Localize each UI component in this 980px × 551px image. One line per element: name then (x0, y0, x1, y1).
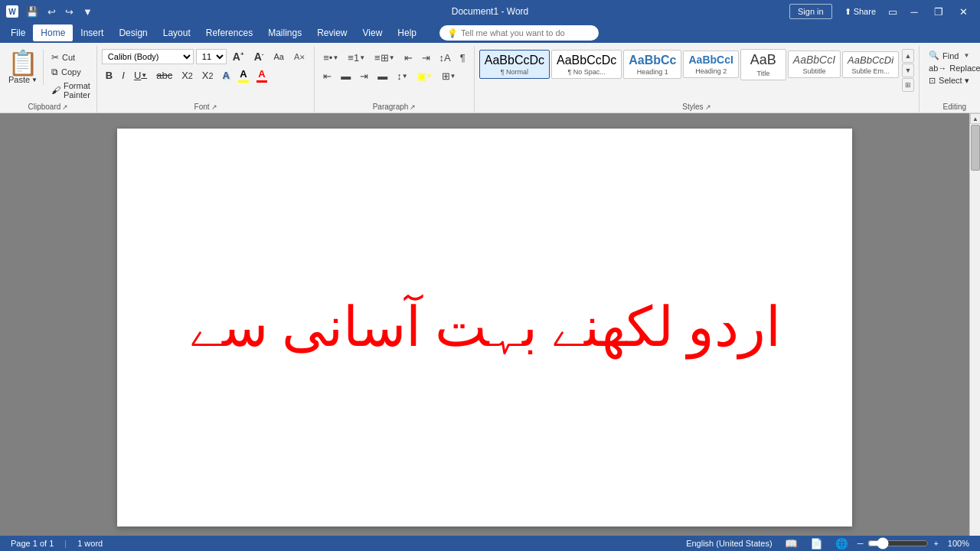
font-size-select[interactable]: 11 (196, 49, 227, 64)
font-row1: Calibri (Body) 11 A+ A- Aa A✕ (102, 49, 309, 64)
align-right-button[interactable]: ⇥ (356, 67, 372, 84)
paste-icon: 📋 (8, 51, 38, 75)
font-expand-icon[interactable]: ↗ (211, 103, 217, 111)
align-center-button[interactable]: ▬ (337, 67, 354, 84)
paste-arrow: ▼ (31, 77, 38, 83)
replace-button[interactable]: ab→ Replace (924, 62, 980, 74)
highlight-color-button[interactable]: A (235, 67, 252, 84)
menu-help[interactable]: Help (390, 24, 424, 41)
style-no-spacing[interactable]: AaBbCcDc ¶ No Spac... (551, 50, 622, 79)
show-marks-button[interactable]: ¶ (456, 49, 469, 66)
restore-button[interactable]: ❐ (928, 1, 949, 22)
font-grow-button[interactable]: A+ (229, 49, 248, 64)
select-button[interactable]: ⊡ Select ▾ (924, 74, 980, 87)
underline-button[interactable]: U▼ (130, 67, 151, 84)
align-left-button[interactable]: ⇤ (319, 67, 335, 84)
share-label: Share (854, 7, 876, 16)
title-bar: W 💾 ↩ ↪ ▼ Document1 - Word Sign in ⬆ Sha… (0, 0, 980, 23)
font-color-letter: A (258, 68, 265, 80)
menu-home[interactable]: Home (33, 24, 73, 41)
document-title: Document1 - Word (452, 6, 528, 17)
redo-button[interactable]: ↪ (62, 5, 77, 19)
menu-view[interactable]: View (355, 24, 390, 41)
styles-gallery: AaBbCcDc ¶ Normal AaBbCcDc ¶ No Spac... … (479, 49, 899, 80)
find-button[interactable]: 🔍 Find ▼ (924, 49, 980, 62)
styles-scroll-up[interactable]: ▲ (902, 49, 914, 63)
style-heading1[interactable]: AaBbCc Heading 1 (623, 50, 681, 79)
menu-file[interactable]: File (3, 24, 33, 41)
numbering-button[interactable]: ≡1▼ (344, 49, 369, 66)
multilevel-list-button[interactable]: ≡⊞▼ (371, 49, 399, 66)
language-status[interactable]: English (United States) (681, 539, 777, 548)
clipboard-right: ✂ Cut ⧉ Copy 🖌 Format Painter (48, 49, 93, 101)
menu-references[interactable]: References (198, 24, 260, 41)
customize-quick-access-button[interactable]: ▼ (80, 5, 96, 19)
menu-insert[interactable]: Insert (73, 24, 111, 41)
italic-button[interactable]: I (118, 67, 129, 84)
page-container: اردو لکھنے بہت آسانی سے (0, 113, 969, 551)
text-effects-button[interactable]: A (219, 67, 234, 84)
sort-button[interactable]: ↕A (436, 49, 455, 66)
style-subtitle[interactable]: AaBbCcI Subtitle (788, 51, 841, 78)
menu-bar: File Home Insert Design Layout Reference… (0, 23, 980, 43)
style-heading2[interactable]: AaBbCcI Heading 2 (683, 51, 738, 78)
menu-layout[interactable]: Layout (155, 24, 198, 41)
increase-indent-button[interactable]: ⇥ (418, 49, 434, 66)
style-subtitle-label: Subtitle (802, 67, 825, 75)
zoom-slider[interactable] (867, 537, 929, 549)
format-painter-button[interactable]: 🖌 Format Painter (48, 80, 93, 101)
zoom-level[interactable]: 100% (943, 539, 974, 548)
scroll-up-button[interactable]: ▲ (970, 113, 980, 124)
copy-button[interactable]: ⧉ Copy (48, 65, 93, 79)
paragraph-expand-icon[interactable]: ↗ (410, 103, 416, 111)
ribbon: 📋 Paste ▼ ✂ Cut ⧉ Copy 🖌 Format Pa (0, 43, 980, 113)
subscript-button[interactable]: X2 (178, 67, 197, 84)
styles-expand-icon[interactable]: ↗ (705, 103, 711, 111)
page-info[interactable]: Page 1 of 1 (6, 539, 58, 548)
bullets-button[interactable]: ≡•▼ (319, 49, 342, 66)
share-button[interactable]: ⬆ Share (838, 5, 882, 19)
save-button[interactable]: 💾 (23, 5, 41, 19)
font-color-button[interactable]: A (253, 67, 270, 84)
justify-button[interactable]: ▬ (374, 67, 391, 84)
borders-button[interactable]: ⊞▼ (438, 67, 460, 84)
clear-formatting-button[interactable]: A✕ (290, 49, 309, 64)
word-count[interactable]: 1 word (73, 539, 107, 548)
shading-button[interactable]: ▣▼ (413, 67, 436, 84)
font-shrink-button[interactable]: A- (250, 49, 268, 64)
print-view-button[interactable]: 📄 (805, 538, 828, 549)
change-case-button[interactable]: Aa (270, 49, 287, 64)
strikethrough-button[interactable]: abc (152, 67, 176, 84)
minimize-button[interactable]: ─ (903, 1, 925, 22)
styles-expand[interactable]: ⊞ (902, 78, 914, 92)
font-name-select[interactable]: Calibri (Body) (102, 49, 194, 64)
clipboard-expand-icon[interactable]: ↗ (62, 103, 68, 111)
menu-mailings[interactable]: Mailings (260, 24, 309, 41)
line-spacing-button[interactable]: ↕▼ (393, 67, 411, 84)
superscript-button[interactable]: X2 (198, 67, 217, 84)
scroll-thumb[interactable] (971, 125, 980, 171)
zoom-plus[interactable]: + (932, 539, 939, 548)
close-button[interactable]: ✕ (952, 1, 974, 22)
style-subtle-emphasis[interactable]: AaBbCcDi Subtle Em... (842, 51, 899, 78)
read-view-button[interactable]: 📖 (780, 538, 802, 549)
find-icon: 🔍 (929, 51, 939, 60)
bold-button[interactable]: B (102, 67, 116, 84)
style-normal[interactable]: AaBbCcDc ¶ Normal (479, 50, 550, 79)
tell-me-input[interactable] (461, 28, 591, 37)
document-page[interactable]: اردو لکھنے بہت آسانی سے (117, 129, 852, 527)
menu-design[interactable]: Design (111, 24, 155, 41)
decrease-indent-button[interactable]: ⇤ (400, 49, 416, 66)
highlight-letter: A (240, 68, 247, 80)
sign-in-button[interactable]: Sign in (789, 4, 832, 19)
ribbon-display-button[interactable]: ▭ (885, 5, 900, 19)
web-view-button[interactable]: 🌐 (831, 538, 853, 549)
format-painter-icon: 🖌 (51, 85, 60, 96)
styles-scroll-down[interactable]: ▼ (902, 64, 914, 77)
menu-review[interactable]: Review (309, 24, 354, 41)
undo-button[interactable]: ↩ (44, 5, 59, 19)
paste-button[interactable]: 📋 Paste ▼ (3, 49, 44, 86)
cut-button[interactable]: ✂ Cut (48, 51, 93, 64)
zoom-minus[interactable]: ─ (856, 539, 865, 548)
style-title[interactable]: AaB Title (740, 49, 786, 80)
